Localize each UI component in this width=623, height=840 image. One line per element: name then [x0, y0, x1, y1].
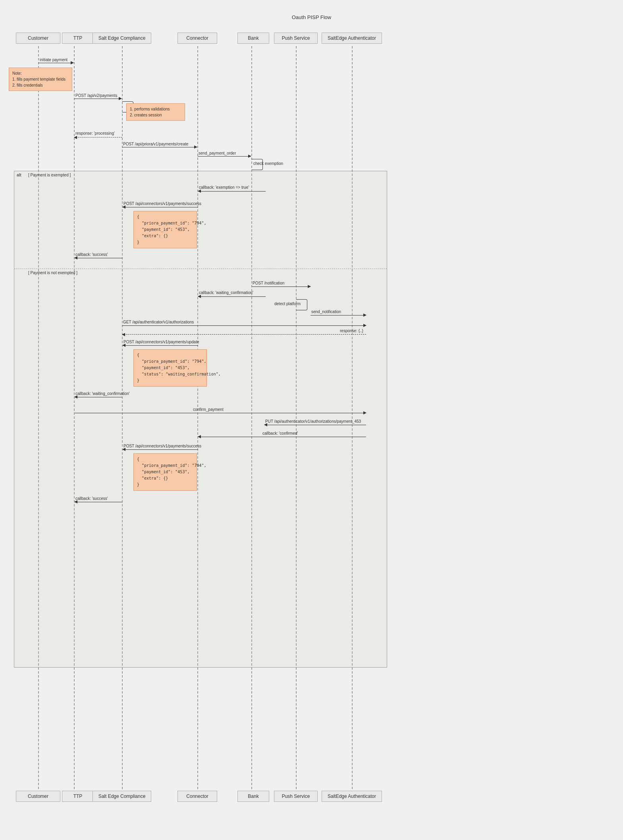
arrow-initiate-payment [39, 63, 73, 63]
actor-connector-top: Connector [177, 33, 217, 44]
arrow-callback-waiting [198, 296, 266, 297]
label-callback-waiting2: callback: 'waiting_confirmation' [75, 391, 130, 396]
alt-cond1: [ Payment is exempted ] [28, 173, 71, 177]
page-title: Oauth PISP Flow [0, 7, 623, 24]
label-initiate-payment: initiate payment [40, 58, 68, 62]
arrow-post-connectors-update [123, 345, 198, 346]
arrow-post-priora [122, 147, 197, 147]
actor-ttp-bottom: TTP [62, 791, 94, 802]
alt-frame: alt [ Payment is exempted ] callback: 'e… [14, 171, 387, 668]
actor-bank-bottom: Bank [237, 791, 269, 802]
arrow-get-authorizations [122, 325, 366, 326]
label-post-payments: POST /api/v2/payments [75, 93, 117, 98]
arrow-callback-success1 [75, 258, 122, 258]
label-post-notification: POST /notification [253, 281, 284, 285]
arrow-confirm-payment [75, 413, 366, 413]
arrow-response-processing [74, 137, 122, 137]
actor-ttp-top: TTP [62, 33, 94, 44]
diagram: Oauth PISP Flow Customer TTP Salt Edge C… [0, 0, 623, 840]
label-response-processing: response: 'processing' [75, 131, 115, 135]
label-callback-confirmed: callback: 'confirmed' [262, 431, 298, 435]
actor-bank-top: Bank [237, 33, 269, 44]
code-box-3: { "priora_payment_id": "794", "payment_i… [133, 453, 197, 491]
actor-customer-bottom: Customer [16, 791, 60, 802]
arrow-send-notification [311, 315, 366, 315]
code-box-2: { "priora_payment_id": "794", "payment_i… [133, 349, 207, 387]
label-response-dotdot: response: {..} [340, 329, 363, 333]
actor-customer-top: Customer [16, 33, 60, 44]
label-detect-platform: detect platform [274, 302, 301, 306]
label-get-authorizations: GET /api/authenticator/v1/authorizations [123, 320, 194, 324]
label-post-priora: POST /api/priora/v1/payments/create [123, 142, 188, 146]
label-check-exemption: check exemption [253, 161, 283, 166]
alt-cond2: [ Payment is not exempted ] [28, 271, 77, 275]
label-send-notification: send_notification [311, 310, 341, 314]
actor-saltedge-bottom: Salt Edge Compliance [93, 791, 151, 802]
actor-pushservice-top: Push Service [274, 33, 318, 44]
label-callback-success1: callback: 'success' [75, 252, 108, 257]
arrow-callback-waiting2 [75, 397, 122, 397]
label-post-connectors-update: POST /api/connectors/v1/payments/update [123, 340, 199, 344]
arrow-response-dotdot [122, 334, 366, 335]
arrow-post-notification [252, 286, 311, 287]
arrow-callback-exemption [198, 191, 266, 192]
actor-saltedge-top: Salt Edge Compliance [93, 33, 151, 44]
actor-connector-bottom: Connector [177, 791, 217, 802]
note-box: Note: 1. fills payment template fields 2… [9, 68, 72, 91]
arrow-post-connectors-success [123, 207, 198, 207]
arrow-put-authorizations [264, 425, 366, 425]
alt-divider [14, 269, 387, 269]
label-callback-exemption: callback: 'exemption => true' [199, 185, 249, 190]
arrow-post-payments [74, 99, 122, 99]
arrow-send-payment [198, 156, 251, 157]
label-put-authorizations: PUT /api/authenticator/v1/authorizations… [265, 419, 361, 424]
code-box-1: { "priora_payment_id": "794", "payment_i… [133, 211, 197, 248]
actor-pushservice-bottom: Push Service [274, 791, 318, 802]
actor-authenticator-top: SaltEdge Authenticator [322, 33, 382, 44]
label-callback-waiting: callback: 'waiting_confirmation' [199, 290, 253, 295]
label-post-connectors-success2: POST /api/connectors/v1/payments/success [123, 444, 201, 448]
label-callback-success2: callback: 'success' [75, 496, 108, 501]
label-send-payment: send_payment_order [199, 151, 236, 155]
actor-authenticator-bottom: SaltEdge Authenticator [322, 791, 382, 802]
alt-label: alt [17, 173, 21, 177]
label-confirm-payment: confirm_payment [193, 407, 224, 412]
note-validations: 1. performs validations 2. creates sessi… [126, 103, 185, 121]
arrow-post-connectors-success2 [123, 449, 198, 450]
arrow-callback-confirmed [198, 437, 366, 437]
label-post-connectors-success: POST /api/connectors/v1/payments/success [123, 201, 201, 206]
arrow-callback-success2 [75, 502, 122, 502]
